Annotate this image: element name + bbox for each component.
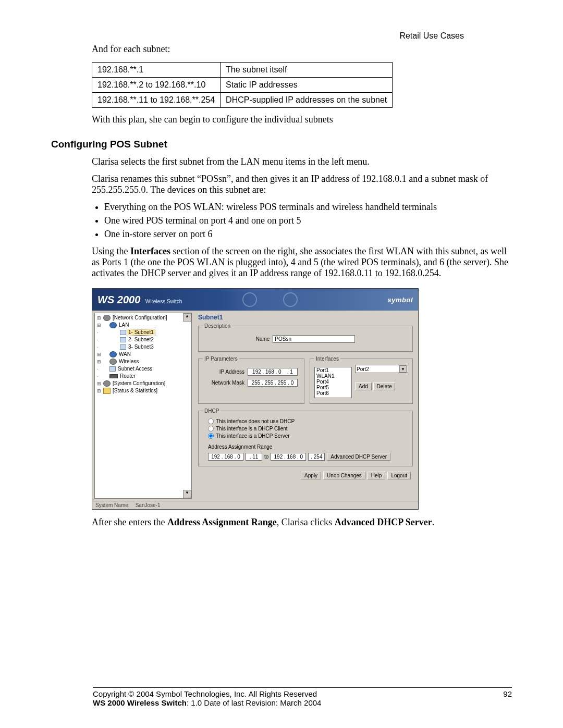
subnet-icon	[120, 337, 126, 342]
description-legend: Description	[203, 323, 232, 329]
subnet-icon	[120, 330, 126, 335]
interface-dropdown[interactable]: Port2 ▼	[355, 365, 408, 373]
page-number: 92	[503, 689, 512, 698]
address-range-label: Address Assignment Range	[208, 444, 408, 450]
range-to-last-input[interactable]	[308, 453, 325, 461]
tree-item-status[interactable]: [Status & Statistics]	[97, 387, 191, 394]
router-icon	[109, 374, 118, 378]
app-banner: WS 2000 Wireless Switch symbol	[92, 289, 418, 311]
add-interface-button[interactable]: Add	[355, 382, 372, 390]
dhcp-option-server[interactable]: This interface is a DHCP Server	[208, 433, 408, 439]
description-group: Description Name	[198, 323, 413, 352]
page-header-section: Retail Use Cases	[399, 31, 464, 41]
globe-icon	[109, 322, 117, 328]
delete-interface-button[interactable]: Delete	[373, 382, 396, 390]
radio-server[interactable]	[208, 433, 214, 439]
netmask-input[interactable]	[248, 379, 298, 387]
range-from-last-input[interactable]	[246, 453, 262, 461]
list-item[interactable]: WLAN1	[315, 373, 351, 379]
panel-title: Subnet1	[198, 314, 413, 321]
tree-item-subnet-access[interactable]: Subnet Access	[97, 365, 191, 373]
cell-desc: The subnet itself	[221, 63, 393, 78]
post-paragraph: After she enters the Address Assignment …	[92, 517, 512, 528]
main-panel: Subnet1 Description Name IP Parameters I	[194, 311, 418, 501]
tree-item-network-config[interactable]: [Network Configuration]	[97, 314, 191, 322]
gear-icon	[103, 315, 111, 321]
cell-addr: 192.168.**.2 to 192.168.**.10	[92, 78, 221, 93]
advanced-dhcp-button[interactable]: Advanced DHCP Server	[327, 453, 390, 461]
nav-tree[interactable]: ▲ [Network Configuration] LAN 1- Subnet1…	[94, 313, 192, 499]
cell-addr: 192.168.**.11 to 192.168.**.254	[92, 93, 221, 108]
to-label: to	[264, 454, 268, 460]
paragraph: Clarisa selects the first subnet from th…	[92, 156, 512, 167]
apply-button[interactable]: Apply	[301, 472, 321, 479]
interfaces-list[interactable]: Port1 WLAN1 Port4 Port5 Port6	[314, 367, 352, 398]
list-item[interactable]: Port4	[315, 379, 351, 385]
dhcp-group: DHCP This interface does not use DHCP Th…	[198, 408, 413, 466]
tree-item-lan[interactable]: LAN	[97, 322, 191, 329]
dhcp-option-none[interactable]: This interface does not use DHCP	[208, 418, 408, 424]
name-label: Name	[256, 336, 270, 342]
gear-icon	[103, 380, 111, 387]
radio-client[interactable]	[208, 426, 214, 431]
folder-icon	[103, 388, 111, 394]
chevron-down-icon: ▼	[399, 365, 407, 373]
copyright-text: Copyright © 2004 Symbol Technologies, In…	[93, 689, 317, 698]
scroll-down-icon[interactable]: ▼	[183, 490, 191, 498]
list-item: Everything on the POS WLAN: wireless POS…	[104, 202, 512, 213]
tree-item-subnet2[interactable]: 2- Subnet2	[97, 336, 191, 343]
netmask-label: Network Mask	[203, 380, 244, 386]
tree-item-wireless[interactable]: Wireless	[97, 358, 191, 365]
interfaces-legend: Interfaces	[314, 356, 340, 362]
wireless-icon	[109, 359, 117, 365]
tree-item-subnet3[interactable]: 3- Subnet3	[97, 343, 191, 351]
device-bullets: Everything on the POS WLAN: wireless POS…	[92, 202, 512, 240]
subnet-icon	[120, 344, 126, 350]
cell-addr: 192.168.**.1	[92, 63, 221, 78]
brand-label: symbol	[387, 296, 413, 304]
table-row: 192.168.**.1 The subnet itself	[92, 63, 393, 78]
subnet-icon	[109, 366, 116, 372]
paragraph: Clarisa renames this subnet “POSsn”, and…	[92, 174, 512, 195]
plan-line: With this plan, she can begin to configu…	[92, 114, 512, 125]
logout-button[interactable]: Logout	[387, 472, 411, 479]
section-heading: Configuring POS Subnet	[51, 139, 512, 150]
range-from-octets-input[interactable]	[208, 453, 243, 461]
intro-line: And for each subnet:	[92, 44, 512, 55]
cell-desc: Static IP addresses	[221, 78, 393, 93]
undo-button[interactable]: Undo Changes	[323, 472, 365, 479]
ip-params-legend: IP Parameters	[203, 356, 239, 362]
app-logo: WS 2000 Wireless Switch	[97, 294, 182, 306]
radio-none[interactable]	[208, 418, 214, 424]
list-item: One wired POS terminal on port 4 and one…	[104, 215, 512, 226]
panel-footer-buttons: Apply Undo Changes Help Logout	[198, 468, 413, 482]
page-footer: Copyright © 2004 Symbol Technologies, In…	[93, 687, 512, 707]
list-item[interactable]: Port5	[315, 385, 351, 390]
ws2000-screenshot: WS 2000 Wireless Switch symbol ▲ [Networ…	[92, 288, 419, 510]
dhcp-option-client[interactable]: This interface is a DHCP Client	[208, 426, 408, 431]
dhcp-legend: DHCP	[203, 408, 221, 414]
help-button[interactable]: Help	[368, 472, 386, 479]
range-to-octets-input[interactable]	[271, 453, 306, 461]
tree-item-router[interactable]: Router	[97, 373, 191, 380]
name-input[interactable]	[273, 335, 355, 343]
globe-icon	[109, 351, 117, 357]
list-item: One in-store server on port 6	[104, 229, 512, 240]
status-bar: System Name: SanJose-1	[92, 501, 418, 509]
ip-address-label: IP Address	[203, 369, 244, 375]
list-item[interactable]: Port1	[315, 367, 351, 373]
tree-item-wan[interactable]: WAN	[97, 351, 191, 358]
wave-icon	[242, 292, 298, 307]
table-row: 192.168.**.2 to 192.168.**.10 Static IP …	[92, 78, 393, 93]
ip-address-input[interactable]	[248, 368, 298, 376]
list-item[interactable]: Port6	[315, 390, 351, 396]
paragraph: Using the Interfaces section of the scre…	[92, 246, 512, 279]
tree-item-system-config[interactable]: [System Configuration]	[97, 380, 191, 387]
tree-item-subnet1[interactable]: 1- Subnet1	[97, 329, 191, 336]
interfaces-group: Interfaces Port1 WLAN1 Port4 Port5 Port6	[310, 356, 413, 404]
ip-plan-table: 192.168.**.1 The subnet itself 192.168.*…	[92, 62, 393, 108]
table-row: 192.168.**.11 to 192.168.**.254 DHCP-sup…	[92, 93, 393, 108]
cell-desc: DHCP-supplied IP addresses on the subnet	[221, 93, 393, 108]
ip-params-group: IP Parameters IP Address Network Mask	[198, 356, 304, 404]
